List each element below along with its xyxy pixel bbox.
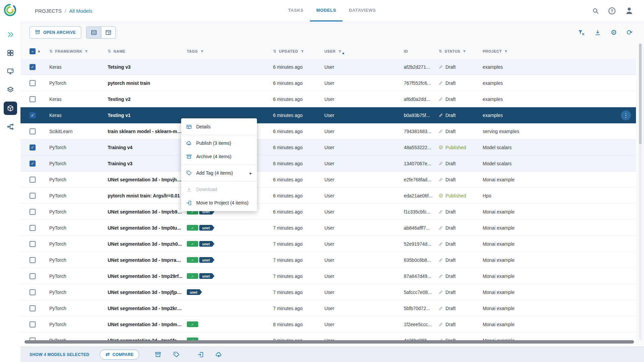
cell-name[interactable]: pytorch mnist train: Args/lr=0.01 xyxy=(108,193,187,198)
tab-dataviews[interactable]: DATAVIEWS xyxy=(342,0,382,21)
tab-models[interactable]: MODELS xyxy=(310,0,342,21)
row-checkbox[interactable] xyxy=(30,289,36,295)
column-header-status[interactable]: ⇅STATUS xyxy=(439,49,483,54)
cell-project[interactable]: Monai example xyxy=(483,209,636,215)
cell-name[interactable]: pytorch mnist train xyxy=(108,80,187,86)
cell-project[interactable]: Monai example xyxy=(483,241,636,247)
filter-icon[interactable] xyxy=(200,50,204,53)
sidebar-item-workers[interactable] xyxy=(4,65,17,78)
row-checkbox[interactable]: ✓ xyxy=(30,64,36,70)
cell-name[interactable]: UNet segmentation 3d - tmp2kr0... xyxy=(108,306,187,311)
filter-icon[interactable] xyxy=(85,50,88,53)
sort-icon[interactable]: ⇅ xyxy=(49,49,53,54)
cell-name[interactable]: UNet segmentation 3d - tmprb9d... xyxy=(108,209,187,215)
table-row[interactable]: ✓PyTorchTraining v36 minutes agoUser1340… xyxy=(20,156,636,172)
cell-name[interactable]: Testing v1 xyxy=(108,113,187,118)
sidebar-item-projects[interactable] xyxy=(4,83,17,97)
column-header-tags[interactable]: TAGS xyxy=(187,49,273,53)
cell-name[interactable]: train sklearn model - sklearn-mo... xyxy=(108,129,187,134)
cell-project[interactable]: Monai example xyxy=(483,274,636,279)
cell-project[interactable]: examples xyxy=(483,97,636,102)
topbar-help-button[interactable]: ? xyxy=(608,7,615,14)
column-header-updated[interactable]: ⇅UPDATED xyxy=(273,49,324,54)
table-row[interactable]: PyTorchpytorch mnist train: Args/lr=0.01… xyxy=(20,188,636,204)
breadcrumb-projects[interactable]: PROJECTS xyxy=(35,8,62,14)
row-checkbox[interactable]: ✓ xyxy=(30,112,36,118)
row-checkbox[interactable] xyxy=(30,241,36,247)
cell-project[interactable]: Monai example xyxy=(483,322,636,327)
table-row[interactable]: PyTorchUNet segmentation 3d - tmp2kr0...… xyxy=(20,300,636,316)
sidebar-item-quick-start[interactable] xyxy=(4,28,17,41)
cell-name[interactable]: UNet segmentation 3d - tmprrae... xyxy=(108,257,187,263)
row-checkbox[interactable] xyxy=(30,305,36,311)
cell-name[interactable]: UNet segmentation 3d - tmp0tu... xyxy=(108,225,187,231)
tag-chip-check[interactable]: ✓ xyxy=(187,321,198,327)
cell-project[interactable]: examples xyxy=(483,80,636,86)
row-checkbox[interactable]: ✓ xyxy=(30,161,36,167)
tag-chip[interactable]: unet xyxy=(187,289,202,295)
table-row[interactable]: PyTorchUNet segmentation 3d - tmp6fa0...… xyxy=(20,333,636,347)
cell-project[interactable]: examples xyxy=(483,64,636,70)
tag-chip[interactable]: unet xyxy=(199,241,214,247)
publish-footer-button[interactable] xyxy=(215,351,222,358)
sidebar-item-pipelines[interactable] xyxy=(4,120,17,133)
move-to-project-footer-button[interactable] xyxy=(197,351,204,358)
row-checkbox[interactable]: ✓ xyxy=(30,144,36,150)
table-row[interactable]: ✓PyTorchTraining v46 minutes agoUser48a5… xyxy=(20,139,636,156)
column-header-user[interactable]: USER xyxy=(324,48,404,54)
download-button[interactable] xyxy=(594,29,601,36)
tag-chip-check[interactable]: ✓ xyxy=(187,273,198,279)
cell-project[interactable]: Monai example xyxy=(483,257,636,263)
archive-footer-button[interactable] xyxy=(155,351,161,358)
table-row[interactable]: ScikitLearntrain sklearn model - sklearn… xyxy=(20,123,636,139)
row-checkbox[interactable] xyxy=(30,128,36,134)
tag-chip[interactable]: unet xyxy=(199,273,214,279)
cell-name[interactable]: Training v3 xyxy=(108,161,187,166)
table-row[interactable]: PyTorchUNet segmentation 3d - tmpjfjpv..… xyxy=(20,284,636,300)
cell-project[interactable]: Monai example xyxy=(483,177,636,182)
cell-project[interactable]: serving examples xyxy=(483,129,636,134)
cell-project[interactable]: Monai example xyxy=(483,290,636,295)
menu-item-move-to-project-4-items[interactable]: Move to Project (4 items) xyxy=(181,196,257,209)
open-archive-button[interactable]: OPEN ARCHIVE xyxy=(30,26,81,39)
vertical-scrollbar-thumb[interactable] xyxy=(639,44,642,144)
menu-item-publish-3-items[interactable]: Publish (3 items) xyxy=(181,136,257,150)
row-checkbox[interactable] xyxy=(30,177,36,183)
column-header-name[interactable]: ⇅NAME xyxy=(108,49,187,54)
vertical-scrollbar-track[interactable] xyxy=(639,44,642,340)
tab-tasks[interactable]: TASKS xyxy=(282,0,310,21)
table-row[interactable]: PyTorchUNet segmentation 3d - tmprb9d...… xyxy=(20,204,636,220)
clearml-logo[interactable] xyxy=(3,3,17,19)
menu-item-download[interactable]: Download xyxy=(181,183,257,196)
cell-project[interactable]: examples xyxy=(483,113,636,118)
table-view-button[interactable] xyxy=(87,27,101,38)
sidebar-item-dashboard[interactable] xyxy=(4,46,17,60)
table-row[interactable]: PyTorchpytorch mnist train6 minutes agoU… xyxy=(20,75,636,91)
row-checkbox[interactable] xyxy=(30,96,36,102)
row-checkbox[interactable] xyxy=(30,193,36,199)
tag-chip-check[interactable]: ✓ xyxy=(187,225,198,231)
sort-icon[interactable]: ⇅ xyxy=(108,49,111,54)
sort-icon[interactable]: ⇅ xyxy=(439,49,442,54)
table-row[interactable]: PyTorchUNet segmentation 3d - tmpdm4...✓… xyxy=(20,316,636,333)
cell-name[interactable]: UNet segmentation 3d - tmpvjhyl... xyxy=(108,177,187,182)
filter-icon[interactable] xyxy=(301,50,304,53)
row-checkbox[interactable] xyxy=(30,257,36,263)
clear-filters-button[interactable] xyxy=(578,29,585,36)
sidebar-item-models[interactable] xyxy=(4,102,17,115)
cell-project[interactable]: Hpo xyxy=(483,193,636,198)
column-header-id[interactable]: ID xyxy=(404,49,439,53)
filter-icon[interactable] xyxy=(504,50,508,53)
cell-name[interactable]: UNet segmentation 3d - tmpjfjpv... xyxy=(108,290,187,295)
horizontal-scrollbar[interactable] xyxy=(24,340,634,344)
cell-name[interactable]: Tetsing v3 xyxy=(108,64,187,70)
add-tag-footer-button[interactable] xyxy=(173,351,180,358)
compare-button[interactable]: ⇄ COMPARE xyxy=(100,350,139,360)
row-checkbox[interactable] xyxy=(30,80,36,86)
column-header-project[interactable]: PROJECT xyxy=(483,49,636,53)
breadcrumb-current[interactable]: All Models xyxy=(69,8,92,14)
cell-name[interactable]: Testing v2 xyxy=(108,97,187,102)
info-panel-view-button[interactable] xyxy=(101,27,115,38)
table-row[interactable]: KerasTesting v26 minutes agoUseraf6d0a2d… xyxy=(20,91,636,107)
caret-down-icon[interactable]: ▾ xyxy=(38,49,40,54)
